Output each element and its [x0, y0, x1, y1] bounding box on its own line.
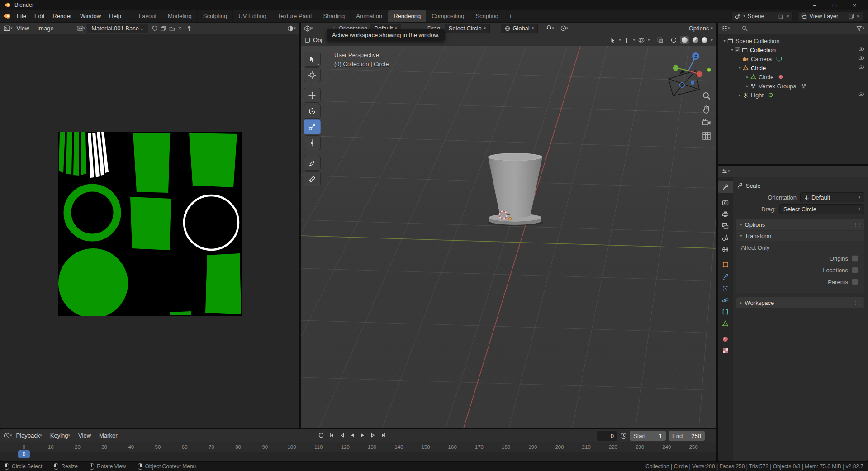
new-image-icon[interactable]	[161, 26, 166, 31]
outliner-row-circle[interactable]: ▸Circle	[718, 72, 868, 81]
properties-tab-particles[interactable]	[718, 282, 733, 294]
disclosure-icon[interactable]: ▾	[737, 66, 743, 70]
properties-tab-physics[interactable]	[718, 294, 733, 306]
hide-eye-icon[interactable]	[858, 65, 864, 70]
properties-tab-tool[interactable]	[718, 181, 733, 193]
timeline-menu-playback[interactable]: Playback ▾	[12, 429, 46, 442]
image-name-field[interactable]: Material.001 Base ..	[87, 24, 148, 33]
orientation-dropdown[interactable]: Default ▾	[800, 192, 864, 202]
proportional-editing-icon[interactable]	[560, 25, 566, 31]
workspace-tab-rendering[interactable]: Rendering	[388, 10, 426, 22]
workspace-tab-shading[interactable]: Shading	[318, 10, 351, 22]
properties-tab-view-layer[interactable]	[718, 220, 733, 232]
remove-view-layer-icon[interactable]: ×	[856, 13, 860, 19]
properties-tab-constraints[interactable]	[718, 306, 733, 318]
filter-funnel-icon[interactable]	[856, 26, 862, 31]
clock-icon[interactable]	[620, 433, 627, 439]
properties-tab-data[interactable]	[718, 318, 733, 329]
shading-material-icon[interactable]	[693, 37, 698, 43]
next-keyframe-button[interactable]	[369, 431, 378, 440]
hide-eye-icon[interactable]	[858, 92, 864, 97]
collection-checkbox[interactable]: ✓	[735, 47, 740, 52]
outliner-row-light[interactable]: ▸Light	[718, 90, 868, 100]
workspace-tab-animation[interactable]: Animation	[351, 10, 388, 22]
prev-keyframe-button[interactable]	[337, 431, 346, 440]
light-object-dot[interactable]	[707, 68, 711, 72]
outliner-row-collection[interactable]: ▾✓Collection	[718, 45, 868, 54]
drag-mode-dropdown[interactable]: Select Circle ▾	[445, 24, 490, 33]
workspace-tab-uv-editing[interactable]: UV Editing	[233, 10, 272, 22]
image-editor-menu-image[interactable]: Image	[33, 23, 57, 34]
end-frame-field[interactable]: End 250	[669, 431, 705, 441]
current-frame-field[interactable]: 0	[597, 431, 617, 441]
perspective-grid-icon[interactable]	[702, 131, 711, 140]
uv-canvas[interactable]	[0, 34, 299, 427]
image-editor-menu-view[interactable]: View	[13, 23, 33, 34]
tool-rotate[interactable]	[304, 104, 321, 119]
disclosure-icon[interactable]: ▸	[745, 84, 750, 88]
auto-key-button[interactable]	[317, 431, 326, 440]
editor-type-icon[interactable]	[4, 433, 10, 439]
view-layer-selector[interactable]: View Layer ×	[797, 11, 863, 21]
workspace-tab-texture-paint[interactable]: Texture Paint	[272, 10, 318, 22]
checkbox-origins[interactable]	[852, 255, 858, 262]
workspace-tab-layout[interactable]: Layout	[133, 10, 162, 22]
cup-object[interactable]	[487, 152, 543, 228]
zoom-icon[interactable]	[702, 91, 711, 100]
options-panel-header[interactable]: ▾ Options ⋮⋮	[736, 219, 864, 230]
timeline-ruler[interactable]: 0102030405060708090100110120130140150160…	[0, 442, 716, 452]
menu-help[interactable]: Help	[105, 10, 125, 22]
mode-dropdown[interactable]: Obj	[313, 37, 322, 43]
outliner-row-vertex-groups[interactable]: ▸Vertex Groups	[718, 81, 868, 90]
jump-to-end-button[interactable]	[379, 431, 388, 440]
transform-subpanel-header[interactable]: ▾ Transform	[736, 231, 864, 241]
properties-tab-scene[interactable]	[718, 232, 733, 243]
properties-tab-render[interactable]	[718, 196, 733, 208]
outliner-row-circle[interactable]: ▾Circle	[718, 63, 868, 72]
pin-icon[interactable]	[187, 25, 192, 31]
menu-render[interactable]: Render	[48, 10, 76, 22]
shading-wireframe-icon[interactable]	[671, 37, 677, 43]
play-reverse-button[interactable]	[348, 431, 357, 440]
tool-transform[interactable]	[304, 135, 321, 150]
fake-user-shield-icon[interactable]	[152, 25, 157, 31]
browse-image-icon[interactable]	[77, 25, 83, 31]
outliner-row-camera[interactable]: Camera	[718, 54, 868, 63]
tool-annotate[interactable]	[304, 156, 321, 171]
tool-measure[interactable]	[304, 171, 321, 186]
select-visibility-icon[interactable]	[610, 38, 616, 43]
editor-type-icon[interactable]	[721, 168, 728, 174]
close-button[interactable]: ×	[844, 0, 864, 10]
panel-grip-icon[interactable]: ⋮⋮	[854, 222, 861, 227]
checkbox-parents[interactable]	[852, 279, 858, 285]
viewport-canvas[interactable]: Z Use	[301, 46, 716, 428]
timeline-menu-keying[interactable]: Keying ▾	[46, 429, 74, 442]
image-display-icon[interactable]	[287, 25, 294, 32]
properties-tab-object[interactable]	[718, 259, 733, 271]
menu-edit[interactable]: Edit	[30, 10, 48, 22]
new-view-layer-icon[interactable]	[849, 14, 854, 19]
add-workspace-button[interactable]: +	[504, 10, 517, 22]
tool-scale-active[interactable]	[304, 119, 321, 134]
disclosure-icon[interactable]: ▸	[737, 93, 743, 97]
menu-window[interactable]: Window	[76, 10, 105, 22]
editor-type-icon[interactable]	[721, 25, 728, 31]
properties-tab-world[interactable]	[718, 243, 733, 255]
camera-view-icon[interactable]	[702, 119, 711, 127]
disclosure-icon[interactable]: ▾	[729, 48, 735, 52]
tool-select-tweak[interactable]	[304, 52, 321, 67]
disclosure-icon[interactable]: ▸	[745, 75, 750, 79]
scene-selector[interactable]: ▾ Scene ×	[731, 11, 793, 21]
workspace-tab-compositing[interactable]: Compositing	[426, 10, 470, 22]
xray-toggle-icon[interactable]	[657, 37, 663, 43]
snap-magnet-icon[interactable]	[546, 25, 552, 31]
blender-menu-icon[interactable]	[3, 13, 11, 19]
properties-tab-modifiers[interactable]	[718, 271, 733, 282]
hide-eye-icon[interactable]	[858, 56, 864, 61]
properties-tab-material[interactable]	[718, 333, 733, 345]
maximize-button[interactable]: □	[825, 0, 844, 10]
outliner-row-scene-collection[interactable]: ▾Scene Collection	[718, 36, 868, 45]
navigation-gizmo[interactable]: Z	[669, 50, 707, 89]
new-scene-icon[interactable]	[778, 14, 784, 19]
unlink-image-icon[interactable]: ×	[178, 25, 182, 32]
